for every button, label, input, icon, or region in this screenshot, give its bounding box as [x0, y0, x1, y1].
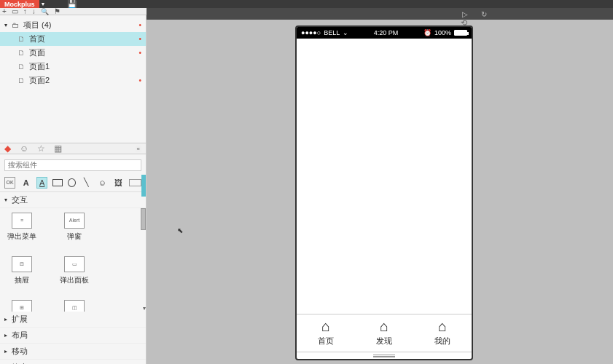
modified-dot: • — [138, 49, 141, 57]
tree-page-item[interactable]: 🗋 页面2 • — [0, 74, 146, 87]
tool-line[interactable]: ╲ — [81, 177, 92, 189]
component-label: 弹窗 — [67, 232, 82, 242]
component-label: 抽屉 — [15, 275, 29, 285]
tab-label: 发现 — [376, 336, 392, 347]
search-icon[interactable]: 🔍 — [41, 8, 49, 15]
page-label: 页面1 — [29, 61, 141, 72]
phone-mockup: ⟲ ●●●●○ BELL ⌄ 4:20 PM ⏰ 100% ⌂ 首 — [295, 25, 473, 360]
tool-ok[interactable]: OK — [4, 177, 15, 189]
tree-root[interactable]: ▾ 🗀 项目 (4) • — [0, 18, 146, 32]
canvas[interactable]: ▷ ↻ ⬉ ⟲ ●●●●○ BELL ⌄ 4:20 PM ⏰ 100% — [147, 8, 613, 364]
component-search-input[interactable] — [4, 159, 141, 171]
phone-status-bar: ●●●●○ BELL ⌄ 4:20 PM ⏰ 100% — [297, 27, 472, 39]
tree-page-item[interactable]: 🗋 页面 • — [0, 46, 146, 60]
up-icon[interactable]: ↑ — [23, 7, 27, 15]
modified-dot: • — [138, 76, 141, 84]
component-label: 弹出面板 — [60, 275, 89, 285]
brand-dropdown-icon[interactable]: ▼ — [41, 1, 46, 7]
page-icon: 🗋 — [17, 49, 26, 57]
add-icon[interactable]: + — [2, 7, 7, 15]
component-item[interactable]: ▭ 弹出面板 — [60, 256, 89, 285]
tool-text-a[interactable]: A — [20, 177, 31, 189]
category-header-mobile[interactable]: ▸ 移动 — [0, 344, 146, 360]
category-header-extension[interactable]: ▸ 扩展 — [0, 312, 146, 328]
left-panel-scroll-indicator[interactable] — [141, 175, 146, 197]
home-icon: ⌂ — [438, 318, 447, 335]
component-thumb: Alert — [64, 213, 85, 229]
category-header-static[interactable]: ▸ 静态 — [0, 360, 146, 365]
component-item[interactable]: ≡ 弹出菜单 — [7, 213, 36, 242]
carrier-label: BELL — [324, 29, 340, 36]
tool-button[interactable] — [129, 179, 141, 186]
phone-tabbar: ⌂ 首页 ⌂ 发现 ⌂ 我的 — [297, 314, 472, 352]
play-icon[interactable]: ▷ — [462, 10, 468, 18]
tree-page-item[interactable]: 🗋 页面1 — [0, 60, 146, 74]
shape-tools: OK A A ╲ ☺ 🖼 — [0, 174, 146, 192]
tool-text-underline[interactable]: A — [36, 177, 47, 189]
tabbar-item-mine[interactable]: ⌂ 我的 — [434, 318, 450, 347]
components-tab-icon[interactable]: ◆ — [4, 143, 11, 154]
signal-icon: ●●●●○ — [301, 29, 321, 36]
left-sidebar: ▾ 🗀 项目 (4) • 🗋 首页 • 🗋 页面 • 🗋 页面1 🗋 页面2 •… — [0, 15, 147, 364]
tool-smiley[interactable]: ☺ — [97, 177, 108, 189]
home-icon: ⌂ — [321, 318, 330, 335]
component-thumb: ▭ — [64, 256, 85, 272]
phone-sync-icon[interactable]: ⟲ — [461, 18, 467, 28]
tabbar-item-discover[interactable]: ⌂ 发现 — [376, 318, 392, 347]
page-label: 首页 — [29, 33, 137, 44]
folder-icon[interactable]: ▭ — [12, 7, 18, 15]
wifi-icon: ⌄ — [343, 29, 348, 36]
down-icon[interactable]: ↓ — [32, 7, 36, 15]
category-label: 扩展 — [12, 314, 28, 325]
component-item[interactable]: ⊞ 图片轮播 — [7, 300, 36, 312]
phone-frame: ●●●●○ BELL ⌄ 4:20 PM ⏰ 100% ⌂ 首页 ⌂ — [295, 25, 473, 360]
component-item[interactable]: ⊟ 抽屉 — [7, 256, 36, 285]
refresh-icon[interactable]: ↻ — [481, 10, 487, 18]
grid-scrollbar[interactable] — [141, 208, 146, 230]
tool-circle[interactable] — [68, 178, 76, 187]
component-thumb: ≡ — [12, 213, 32, 229]
tool-rectangle[interactable] — [52, 179, 62, 186]
grid-icon[interactable]: ▦ — [54, 143, 62, 154]
grid-scroll-down-icon[interactable]: ▾ — [143, 305, 146, 312]
tree-root-label: 项目 (4) — [23, 20, 137, 31]
component-label: 弹出菜单 — [7, 232, 36, 242]
canvas-toolbar: ▷ ↻ — [147, 8, 613, 20]
smiley-icon[interactable]: ☺ — [20, 143, 28, 154]
category-header-layout[interactable]: ▸ 布局 — [0, 328, 146, 344]
home-icon: ⌂ — [380, 318, 389, 335]
category-label: 交互 — [12, 194, 28, 205]
category-header[interactable]: ▾ 交互 — [0, 192, 146, 208]
tabbar-item-home[interactable]: ⌂ 首页 — [318, 318, 334, 347]
battery-icon — [454, 30, 467, 36]
category-toggle-icon: ▸ — [4, 348, 12, 355]
page-icon: 🗋 — [17, 76, 26, 84]
phone-body[interactable] — [297, 39, 472, 314]
component-item[interactable]: ◫ 内容面板 — [60, 300, 89, 312]
cursor-icon: ⬉ — [177, 226, 183, 234]
category-toggle-icon: ▸ — [4, 332, 12, 339]
collapse-components-icon[interactable]: « — [136, 146, 141, 152]
category-toggle-icon: ▸ — [4, 316, 12, 323]
phone-home-indicator[interactable] — [297, 352, 472, 359]
page-icon: 🗋 — [17, 63, 26, 71]
component-item[interactable]: Alert 弹窗 — [60, 213, 89, 242]
tool-image[interactable]: 🖼 — [113, 177, 124, 189]
category-toggle-icon: ▾ — [4, 197, 12, 203]
tab-label: 我的 — [434, 336, 450, 347]
status-time: 4:20 PM — [374, 29, 399, 36]
flag-icon[interactable]: ⚑ — [54, 7, 60, 15]
tree-page-item[interactable]: 🗋 首页 • — [0, 32, 146, 46]
tree-collapse-icon[interactable]: ▾ — [4, 22, 12, 28]
star-icon[interactable]: ☆ — [37, 143, 45, 154]
battery-pct: 100% — [434, 29, 451, 36]
component-grid: ≡ 弹出菜单 Alert 弹窗 ⊟ 抽屉 ▭ 弹出面板 ⊞ 图片轮播 ◫ 内容面… — [0, 208, 146, 312]
category-interaction: ▾ 交互 ≡ 弹出菜单 Alert 弹窗 ⊟ 抽屉 ▭ 弹出面板 ⊞ 图片轮播 — [0, 192, 146, 312]
modified-dot: • — [138, 21, 141, 29]
alarm-icon: ⏰ — [423, 29, 432, 36]
component-thumb: ⊞ — [12, 300, 32, 312]
folder-icon: 🗀 — [12, 21, 20, 29]
page-label: 页面2 — [29, 75, 137, 86]
component-thumb: ◫ — [64, 300, 85, 312]
page-label: 页面 — [29, 47, 137, 58]
